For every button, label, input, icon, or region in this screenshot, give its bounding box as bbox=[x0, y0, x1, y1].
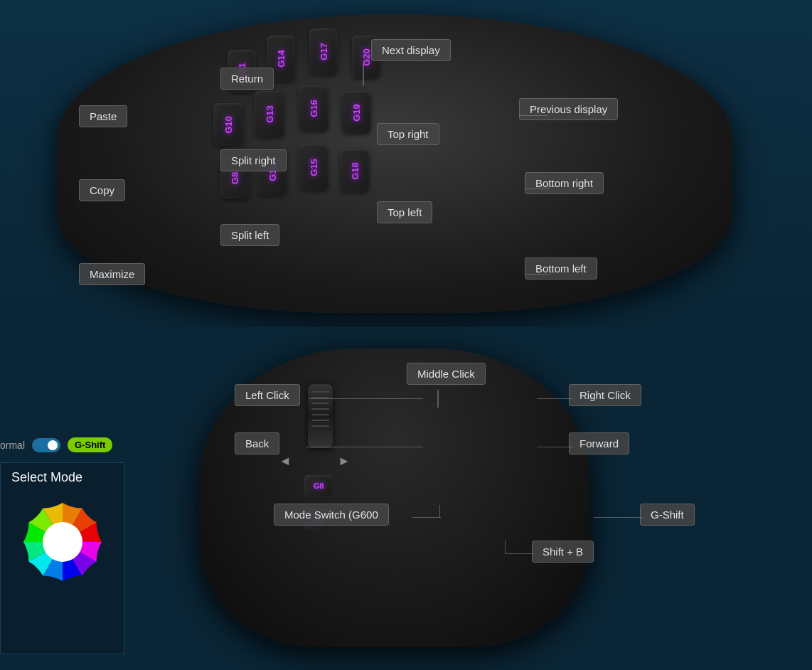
shift-b-connector bbox=[505, 553, 533, 554]
g14-label: G14 bbox=[275, 50, 286, 68]
g17-label: G17 bbox=[318, 43, 328, 60]
g20-label: G20 bbox=[360, 48, 371, 66]
top-section: G11 G14 G17 G20 G10 G13 G16 G19 G8 G12 bbox=[0, 0, 812, 327]
next-display-text: Next display bbox=[382, 44, 440, 56]
mode-switch-connector-v bbox=[439, 505, 440, 518]
g16-button[interactable]: G16 bbox=[299, 85, 328, 132]
split-left-text: Split left bbox=[231, 229, 269, 241]
left-click-text: Left Click bbox=[245, 389, 289, 401]
g19-button[interactable]: G19 bbox=[341, 91, 371, 134]
g18-label: G18 bbox=[349, 162, 360, 180]
g-shift-text: G-Shift bbox=[651, 509, 684, 521]
g8-bottom-label: G8 bbox=[314, 482, 324, 490]
left-arrow-icon: ◄ bbox=[279, 454, 292, 469]
scroll-line bbox=[311, 391, 329, 393]
select-mode-title: Select Mode bbox=[1, 463, 124, 492]
left-click-connector bbox=[309, 398, 423, 399]
g13-button[interactable]: G13 bbox=[255, 91, 284, 137]
back-connector bbox=[306, 447, 423, 447]
bottom-right-connector bbox=[525, 188, 550, 189]
split-left-label[interactable]: Split left bbox=[220, 224, 279, 246]
top-right-label[interactable]: Top right bbox=[377, 123, 439, 145]
back-label[interactable]: Back bbox=[235, 432, 279, 454]
scroll-line bbox=[311, 414, 329, 415]
g16-label: G16 bbox=[308, 100, 319, 117]
scroll-wheel-lines bbox=[311, 391, 329, 427]
copy-text: Copy bbox=[90, 184, 114, 196]
g10-button[interactable]: G10 bbox=[213, 103, 243, 146]
scroll-line bbox=[311, 425, 329, 427]
maximize-label[interactable]: Maximize bbox=[79, 263, 145, 285]
top-left-text: Top left bbox=[388, 206, 422, 218]
g8-bottom-button[interactable]: G8 bbox=[304, 475, 333, 496]
g-shift-label[interactable]: G-Shift bbox=[640, 504, 695, 526]
g13-label: G13 bbox=[264, 105, 274, 123]
copy-label[interactable]: Copy bbox=[79, 179, 125, 201]
g10-label: G10 bbox=[223, 116, 233, 134]
g18-button[interactable]: G18 bbox=[340, 149, 370, 192]
scroll-line bbox=[311, 408, 329, 410]
mode-switch-text: Mode Switch (G600 bbox=[284, 509, 378, 521]
bottom-left-label[interactable]: Bottom left bbox=[525, 257, 597, 280]
select-mode-panel: Select Mode bbox=[0, 462, 124, 654]
right-click-label[interactable]: Right Click bbox=[569, 384, 641, 406]
g8-side-label: G8 bbox=[230, 171, 241, 184]
scroll-line bbox=[311, 403, 329, 404]
g19-label: G19 bbox=[351, 104, 361, 122]
toggle-switch[interactable] bbox=[32, 438, 60, 452]
middle-click-text: Middle Click bbox=[417, 368, 475, 380]
g15-button[interactable]: G15 bbox=[299, 144, 328, 191]
mode-label: ormal bbox=[0, 440, 25, 451]
previous-display-text: Previous display bbox=[530, 103, 607, 115]
g-shift-connector bbox=[594, 517, 642, 518]
middle-click-label[interactable]: Middle Click bbox=[407, 363, 486, 385]
forward-text: Forward bbox=[579, 437, 619, 450]
shift-b-text: Shift + B bbox=[543, 546, 583, 558]
bottom-right-text: Bottom right bbox=[535, 177, 593, 189]
right-click-connector bbox=[537, 398, 572, 399]
prev-display-connector bbox=[519, 115, 547, 116]
mode-switch-label[interactable]: Mode Switch (G600 bbox=[274, 504, 389, 526]
svg-point-1 bbox=[43, 522, 82, 562]
right-arrow-icon: ► bbox=[338, 454, 351, 469]
return-label[interactable]: Return bbox=[220, 68, 274, 90]
forward-connector bbox=[537, 447, 572, 447]
top-left-label[interactable]: Top left bbox=[377, 201, 432, 223]
scroll-wheel[interactable] bbox=[308, 384, 333, 448]
gshift-badge: G-Shift bbox=[68, 437, 112, 452]
paste-label[interactable]: Paste bbox=[79, 105, 127, 127]
bottom-left-text: Bottom left bbox=[535, 262, 587, 275]
forward-label[interactable]: Forward bbox=[569, 432, 629, 454]
top-right-text: Top right bbox=[388, 128, 429, 140]
color-wheel-container[interactable] bbox=[1, 496, 124, 588]
bottom-left-connector bbox=[525, 274, 550, 275]
left-click-label[interactable]: Left Click bbox=[235, 384, 300, 406]
middle-click-connector bbox=[437, 390, 439, 408]
split-right-label[interactable]: Split right bbox=[220, 149, 287, 171]
maximize-text: Maximize bbox=[90, 268, 134, 280]
mode-switch-connector bbox=[412, 517, 441, 518]
right-click-text: Right Click bbox=[579, 389, 631, 401]
mode-toggle-area: ormal G-Shift bbox=[0, 437, 112, 452]
shift-b-connector-v bbox=[505, 541, 506, 553]
toggle-thumb bbox=[48, 440, 58, 450]
g15-label: G15 bbox=[308, 159, 319, 176]
color-wheel-svg[interactable] bbox=[16, 496, 109, 588]
back-text: Back bbox=[245, 437, 269, 450]
paste-text: Paste bbox=[90, 110, 117, 122]
split-right-text: Split right bbox=[231, 154, 276, 166]
next-display-connector bbox=[363, 64, 364, 85]
return-text: Return bbox=[231, 73, 263, 85]
bottom-right-label[interactable]: Bottom right bbox=[525, 172, 604, 194]
shift-b-label[interactable]: Shift + B bbox=[532, 541, 594, 563]
g17-button[interactable]: G17 bbox=[309, 28, 338, 75]
next-display-label[interactable]: Next display bbox=[371, 39, 451, 61]
previous-display-label[interactable]: Previous display bbox=[519, 98, 618, 120]
scroll-line bbox=[311, 420, 329, 421]
